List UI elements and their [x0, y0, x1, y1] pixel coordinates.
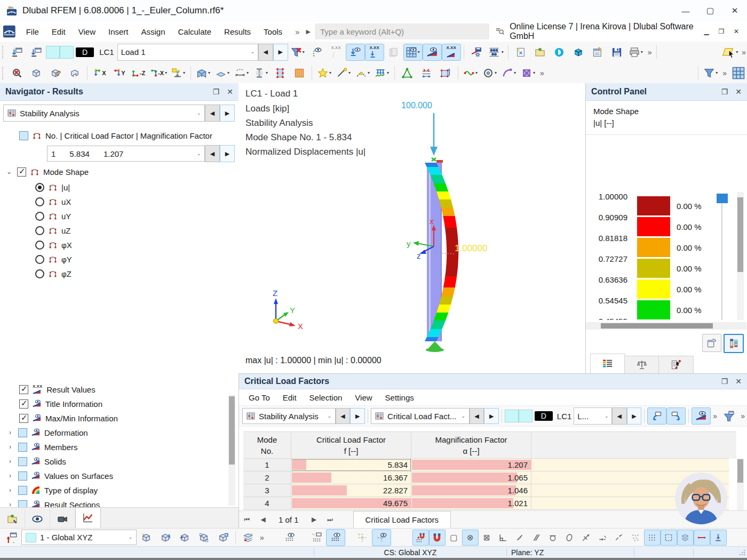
snap-objects-button[interactable]	[429, 530, 446, 546]
snap-raster-button[interactable]	[644, 530, 661, 546]
mode-option-phiz[interactable]: φZ	[35, 267, 71, 280]
new-hinge-button[interactable]: ▾	[334, 65, 353, 82]
snap-line-button[interactable]	[512, 530, 528, 546]
checkbox[interactable]	[18, 443, 27, 452]
radio[interactable]	[35, 226, 44, 235]
print-button[interactable]: ▾	[626, 44, 646, 61]
tab-data-navigator[interactable]	[0, 510, 25, 528]
next-loadcase-button[interactable]: ▶	[627, 407, 642, 425]
design-situation-badge[interactable]: D	[76, 47, 94, 57]
new-surface-button[interactable]	[290, 65, 309, 82]
navigator-scrollbar[interactable]	[228, 395, 235, 506]
snap-ellipse-button[interactable]	[561, 530, 578, 546]
tab-color-scale[interactable]	[590, 354, 625, 373]
new-imperfection-button[interactable]: ▾	[353, 65, 372, 82]
doc-minimize-icon[interactable]: ▁	[699, 23, 714, 39]
table-row[interactable]: 2 16.367 1.065	[243, 471, 736, 484]
mode-option-uy[interactable]: uY	[35, 210, 71, 222]
grid-settings-button[interactable]	[307, 529, 326, 546]
tab-views-navigator[interactable]	[50, 510, 75, 528]
generate-surfaces-button[interactable]	[436, 65, 455, 82]
radio[interactable]	[35, 212, 44, 221]
tree-item-mode-shape[interactable]: ⌄ Mode Shape	[5, 165, 89, 178]
new-cs-button[interactable]	[137, 529, 156, 546]
snap-intersection-button[interactable]: ⊠	[479, 530, 495, 546]
snap-bisector-button[interactable]	[578, 530, 594, 546]
float-panel-icon[interactable]: ❐	[721, 377, 728, 386]
design-situation-badge[interactable]: D	[535, 411, 553, 421]
save-button[interactable]	[607, 44, 626, 61]
checkbox[interactable]	[19, 414, 28, 423]
selection-tool-button[interactable]: ▾	[719, 44, 740, 61]
table-row[interactable]: 1 5.834 1.207	[243, 459, 736, 471]
show-result-rows-button[interactable]	[692, 407, 711, 425]
mode-option-phiy[interactable]: φY	[35, 253, 72, 266]
overflow-icon[interactable]: »	[720, 69, 729, 77]
scale-hscrollbar[interactable]	[586, 322, 746, 330]
next-analysis-button[interactable]: ▶	[220, 105, 235, 122]
overflow-icon[interactable]: »	[258, 533, 266, 542]
scale-slider-handle[interactable]	[717, 194, 728, 203]
guidelines-snap-button[interactable]	[372, 529, 391, 546]
result-tables-button[interactable]: ▾	[403, 44, 423, 61]
grid-on-button[interactable]	[326, 529, 345, 546]
tab-display-navigator[interactable]	[25, 510, 50, 528]
overflow-icon[interactable]: »	[738, 412, 747, 420]
comments-button[interactable]	[710, 530, 727, 546]
display-item-maxmin-info[interactable]: Max/Min Information	[19, 412, 118, 425]
radio[interactable]	[35, 183, 44, 192]
radio[interactable]	[35, 197, 44, 206]
table-scrollbar[interactable]	[737, 458, 744, 510]
calculation-button[interactable]: ▾	[486, 44, 505, 61]
checkbox[interactable]	[19, 131, 28, 140]
next-mode-button[interactable]: ▶	[220, 145, 235, 162]
dimension-lines-button[interactable]	[694, 530, 710, 546]
view-x-button[interactable]: X	[90, 65, 109, 82]
checkbox[interactable]	[18, 486, 27, 495]
sync-from-model-button[interactable]	[666, 407, 686, 425]
move-cs-button[interactable]	[175, 529, 194, 546]
generate-members-button[interactable]	[417, 65, 436, 82]
color-scale[interactable]: 1.00000 0.90909 0.81818 0.72727 0.63636 …	[586, 137, 746, 320]
mode-option-u[interactable]: |u|	[35, 181, 70, 194]
color-scale-options-button[interactable]	[724, 334, 744, 353]
analysis-select[interactable]: Stability Analysis ⌄	[242, 408, 336, 424]
rotate-cs-button[interactable]	[156, 529, 175, 546]
guidelines-new-button[interactable]	[353, 529, 372, 546]
coordinate-system-button[interactable]	[2, 529, 21, 546]
display-item-values-on-surfaces[interactable]: › Values on Surfaces	[6, 469, 113, 482]
menu-settings[interactable]: Settings	[379, 389, 420, 405]
snap-grid-button[interactable]	[412, 530, 429, 546]
zoom-cancel-button[interactable]	[7, 65, 27, 82]
mode-option-uz[interactable]: uZ	[35, 224, 71, 237]
new-line-button[interactable]: ▾	[213, 65, 232, 82]
model-history-button[interactable]	[588, 44, 607, 61]
checkbox[interactable]	[17, 167, 26, 177]
dlubal-center-button[interactable]	[550, 44, 569, 61]
radio[interactable]	[35, 269, 44, 278]
new-node-button[interactable]: ▾	[194, 65, 213, 82]
next-table-button[interactable]: ▶	[350, 408, 365, 424]
rendering-mode-button[interactable]: ▾	[169, 65, 188, 82]
next-loadcase-button[interactable]: ▶	[273, 44, 288, 61]
expand-icon[interactable]: ›	[6, 486, 14, 494]
close-panel-icon[interactable]: ✕	[735, 377, 742, 386]
model-canvas[interactable]: LC1 - Load 1 Loads [kip] Stability Analy…	[239, 83, 585, 373]
manage-cs-button[interactable]	[213, 529, 233, 546]
menu-view-table[interactable]: View	[348, 389, 378, 405]
next-page-icon[interactable]: ▶	[306, 516, 322, 523]
minimize-button[interactable]: —	[673, 0, 698, 21]
new-load-button[interactable]: ▾	[372, 65, 392, 82]
mode-option-phix[interactable]: φX	[35, 238, 72, 251]
select-special-button[interactable]: ▾	[461, 65, 480, 82]
doc-close-icon[interactable]: ✕	[729, 23, 744, 39]
checkbox[interactable]	[19, 385, 28, 394]
last-page-icon[interactable]: ⏭	[322, 516, 338, 523]
avatar[interactable]	[676, 473, 727, 524]
display-item-members[interactable]: › Members	[6, 441, 78, 453]
collapse-icon[interactable]: ⌄	[5, 168, 13, 175]
menu-file[interactable]: File	[20, 21, 45, 42]
edit-view-button[interactable]	[46, 65, 65, 82]
show-loads-button[interactable]	[346, 44, 365, 61]
loadcase-color-chip[interactable]	[505, 410, 519, 422]
